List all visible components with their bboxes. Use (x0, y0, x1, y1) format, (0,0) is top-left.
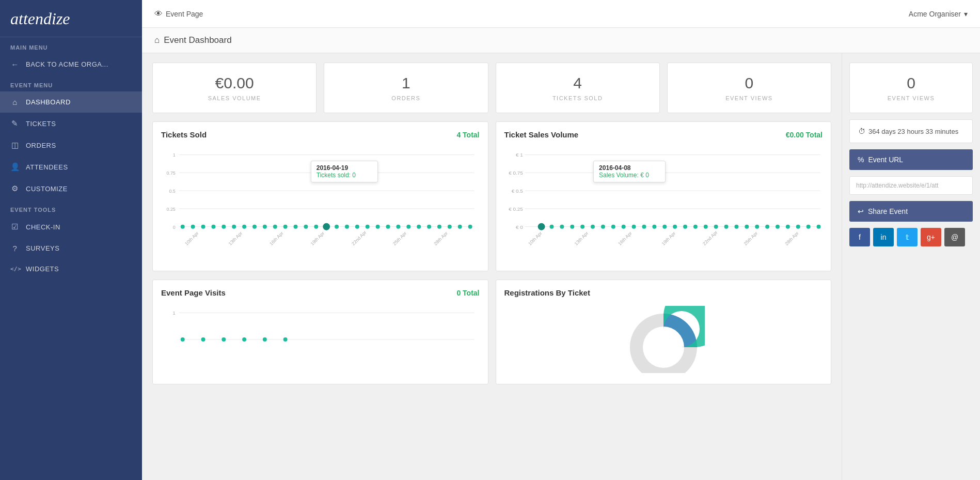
orders-label: ORDERS (333, 95, 479, 101)
ticket-icon: ✎ (10, 119, 20, 128)
svg-point-82 (806, 225, 810, 229)
right-panel: 0 EVENT VIEWS ⏱ 364 days 23 hours 33 min… (842, 53, 980, 480)
svg-point-27 (355, 225, 359, 229)
survey-icon: ? (10, 244, 20, 253)
svg-text:19th Apr: 19th Apr (660, 230, 676, 246)
svg-point-66 (642, 225, 646, 229)
svg-point-72 (703, 225, 707, 229)
topbar-left: 👁 Event Page (154, 9, 203, 19)
svg-point-97 (242, 337, 246, 342)
event-url-box: http://attendize.website/e/1/att (849, 176, 973, 195)
svg-point-25 (335, 225, 339, 229)
attendees-icon: 👤 (10, 162, 20, 172)
svg-point-10 (181, 225, 185, 229)
event-url-label: Event URL (868, 156, 903, 164)
eye-icon: 👁 (154, 9, 163, 19)
svg-point-94 (181, 337, 185, 342)
svg-point-14 (222, 225, 226, 229)
tickets-sold-chart: Tickets Sold 4 Total 2016-04-19 Tickets … (152, 121, 488, 271)
share-email-button[interactable]: @ (944, 228, 965, 246)
sales-volume-value: €0.00 (161, 74, 308, 92)
svg-point-12 (201, 225, 206, 229)
svg-point-68 (662, 225, 667, 229)
svg-text:16th Apr: 16th Apr (617, 230, 633, 246)
sidebar-item-tickets-label: TICKETS (26, 120, 56, 128)
main-content: €0.00 SALES VOLUME 1 ORDERS 4 TICKETS SO… (142, 53, 842, 480)
sidebar: attendize MAIN MENU ← BACK TO ACME ORGA.… (0, 0, 142, 480)
tooltip-date-2: 2016-04-08 (599, 164, 660, 172)
svg-text:0.75: 0.75 (166, 171, 175, 176)
tickets-sold-tooltip: 2016-04-19 Tickets sold: 0 (311, 161, 378, 182)
svg-point-99 (283, 337, 288, 342)
svg-point-19 (273, 225, 277, 229)
svg-point-79 (776, 225, 780, 229)
sidebar-item-customize[interactable]: ⚙ CUSTOMIZE (0, 178, 142, 199)
right-event-views-label: EVENT VIEWS (858, 95, 964, 101)
svg-point-11 (191, 225, 195, 229)
sidebar-item-orders[interactable]: ◫ ORDERS (0, 134, 142, 156)
svg-point-17 (252, 225, 257, 229)
event-tools-label: EVENT TOOLS (0, 199, 142, 216)
share-twitter-button[interactable]: 𝕥 (897, 228, 918, 246)
tooltip-val-1: Tickets sold: 0 (317, 172, 372, 179)
svg-point-23 (314, 225, 318, 229)
share-googleplus-button[interactable]: g+ (921, 228, 941, 246)
ticket-sales-title: Ticket Sales Volume (504, 130, 579, 139)
tickets-sold-header: Tickets Sold 4 Total (161, 130, 480, 139)
svg-text:€ 1: € 1 (515, 152, 523, 158)
registrations-chart-area (504, 303, 823, 376)
stat-card-sales-volume: €0.00 SALES VOLUME (152, 63, 317, 113)
sidebar-item-back[interactable]: ← BACK TO ACME ORGA... (0, 54, 142, 75)
ticket-sales-total: €0.00 Total (786, 131, 823, 139)
svg-point-22 (304, 225, 308, 229)
sidebar-item-dashboard[interactable]: ⌂ DASHBOARD (0, 91, 142, 113)
svg-point-57 (549, 225, 554, 229)
clock-icon: ⏱ (858, 127, 865, 135)
event-page-visits-header: Event Page Visits 0 Total (161, 288, 480, 297)
sidebar-item-widgets[interactable]: </> WIDGETS (0, 259, 142, 279)
svg-text:13th Apr: 13th Apr (573, 230, 589, 246)
widgets-icon: </> (10, 266, 20, 272)
ticket-sales-tooltip: 2016-04-08 Sales Volume: € 0 (593, 161, 666, 182)
svg-point-74 (724, 225, 728, 229)
svg-text:€ 0.5: € 0.5 (511, 188, 523, 194)
sidebar-item-checkin[interactable]: ☑ CHECK-IN (0, 216, 142, 238)
tickets-sold-label: TICKETS SOLD (504, 95, 651, 101)
svg-point-35 (437, 225, 441, 229)
sidebar-item-customize-label: CUSTOMIZE (26, 185, 68, 193)
svg-text:0: 0 (173, 225, 176, 230)
event-page-visits-chart-area: 1 (161, 303, 480, 367)
sidebar-item-attendees[interactable]: 👤 ATTENDEES (0, 156, 142, 178)
sidebar-item-tickets[interactable]: ✎ TICKETS (0, 113, 142, 134)
share-linkedin-button[interactable]: in (873, 228, 894, 246)
svg-text:16th Apr: 16th Apr (268, 230, 284, 246)
topbar-right: Acme Organiser ▾ (909, 10, 968, 18)
event-page-link[interactable]: Event Page (166, 10, 203, 18)
checkin-icon: ☑ (10, 222, 20, 231)
registrations-header: Registrations By Ticket (504, 288, 823, 297)
svg-text:28th Apr: 28th Apr (433, 230, 449, 246)
sidebar-item-dashboard-label: DASHBOARD (26, 98, 71, 106)
svg-text:€ 0.75: € 0.75 (509, 170, 523, 176)
event-views-value: 0 (676, 74, 823, 92)
svg-point-71 (693, 225, 697, 229)
svg-point-78 (765, 225, 769, 229)
orders-icon: ◫ (10, 141, 20, 150)
right-event-views: 0 EVENT VIEWS (849, 63, 973, 113)
ticket-sales-chart-area: 2016-04-08 Sales Volume: € 0 € 1 € 0.75 … (504, 145, 823, 256)
organiser-name[interactable]: Acme Organiser (909, 10, 961, 18)
svg-text:1: 1 (173, 152, 176, 158)
app-logo: attendize (10, 9, 70, 28)
svg-point-24 (323, 223, 330, 230)
share-facebook-button[interactable]: f (849, 228, 870, 246)
stat-card-event-views: 0 EVENT VIEWS (667, 63, 831, 113)
event-url-text: http://attendize.website/e/1/att (856, 182, 938, 189)
svg-point-13 (211, 225, 215, 229)
svg-text:25th Apr: 25th Apr (742, 230, 758, 246)
main-inner: €0.00 SALES VOLUME 1 ORDERS 4 TICKETS SO… (142, 53, 980, 480)
svg-point-96 (222, 337, 226, 342)
svg-point-18 (263, 225, 267, 229)
orders-value: 1 (333, 74, 479, 92)
sidebar-item-surveys[interactable]: ? SURVEYS (0, 238, 142, 259)
svg-point-64 (621, 225, 625, 229)
